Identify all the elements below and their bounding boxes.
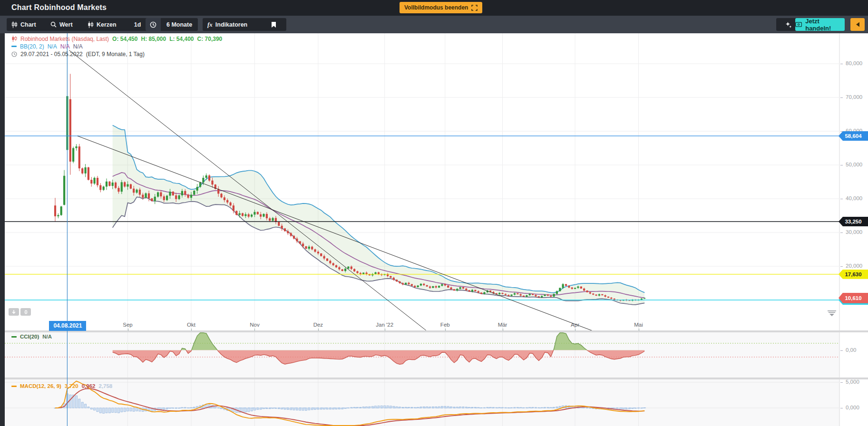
- trading-chart-app: Robinhood Markets (Nasdaq, Last) O: 54,4…: [0, 0, 868, 426]
- macd-label: MACD(12, 26, 9): [20, 383, 61, 389]
- chart-toolbar: Chart Wert Kerzen 1d 6 Monate fx: [0, 16, 868, 33]
- bookmark-button[interactable]: [261, 18, 286, 31]
- candles-style-button[interactable]: Kerzen: [83, 18, 131, 31]
- crosshair-date-badge: 04.08.2021: [49, 321, 86, 331]
- page-title: Chart Robinhood Markets: [11, 3, 107, 12]
- expand-panes-icon: [23, 310, 29, 315]
- title-bar: Chart Robinhood Markets Vollbildmodus be…: [0, 0, 868, 16]
- instrument-name: Robinhood Markets (Nasdaq, Last): [20, 36, 109, 42]
- chart-drawing: [0, 0, 868, 426]
- triangle-left-icon: [856, 22, 860, 27]
- ohlc-close: C: 70,390: [197, 36, 223, 42]
- cci-label: CCI(20): [20, 334, 39, 339]
- interval-label: 1d: [134, 21, 141, 28]
- cci-indicator-icon: [11, 336, 17, 338]
- fx-icon: fx: [207, 21, 213, 29]
- macd-indicator-icon: [11, 386, 17, 387]
- cci-value: N/A: [42, 334, 52, 339]
- pane-expand-button[interactable]: [20, 308, 31, 316]
- symbol-search-button[interactable]: Wert: [46, 18, 88, 31]
- trade-icon: [795, 22, 802, 27]
- indicators-button[interactable]: fx Indikatoren: [203, 18, 265, 31]
- fullscreen-exit-button[interactable]: Vollbildmodus beenden: [400, 2, 482, 13]
- chart-type-icon: [11, 21, 18, 28]
- candles-icon: [88, 21, 94, 28]
- fullscreen-exit-label: Vollbildmodus beenden: [404, 4, 468, 11]
- current-price-badge: 10,610: [839, 293, 868, 303]
- chart-canvas[interactable]: Robinhood Markets (Nasdaq, Last) O: 54,4…: [0, 0, 868, 426]
- macd-pane-legend: MACD(12, 26, 9) 3,720 0,962 2,758: [11, 383, 112, 389]
- candlestick-series-icon: [11, 36, 17, 42]
- chart-type-label: Chart: [20, 21, 36, 28]
- bb-lower-value: N/A: [73, 43, 83, 50]
- collapse-sidebar-button[interactable]: [850, 18, 865, 31]
- macd-signal-value: 0,962: [82, 383, 96, 389]
- bb-mid-value: N/A: [60, 43, 70, 50]
- cci-pane-legend: CCI(20) N/A: [11, 334, 52, 339]
- price-axis[interactable]: [839, 33, 868, 426]
- left-edge-strip: [0, 16, 5, 426]
- bb-indicator-icon: [11, 46, 17, 47]
- ohlc-open: O: 54,450: [112, 36, 137, 42]
- candles-style-label: Kerzen: [97, 21, 117, 28]
- arrow-down-icon: [11, 310, 16, 314]
- macd-value: 3,720: [65, 383, 78, 389]
- bb-upper-value: N/A: [48, 43, 57, 50]
- trade-now-label: Jetzt handeln!: [805, 18, 845, 32]
- clock-icon: [146, 18, 161, 31]
- sparkles-icon: [785, 21, 792, 29]
- symbol-search-label: Wert: [59, 21, 73, 28]
- time-axis[interactable]: [5, 315, 839, 330]
- ohlc-high: H: 85,000: [141, 36, 166, 42]
- visible-date-range: 29.07.2021 - 05.05.2022: [20, 51, 83, 58]
- visible-range-detail: (EDT, 9 Monate, 1 Tag): [86, 51, 145, 58]
- search-icon: [50, 21, 57, 28]
- clock-range-icon: [11, 51, 17, 57]
- scroll-down-button[interactable]: [9, 308, 19, 316]
- bookmark-icon: [271, 21, 276, 28]
- price-level-badge: 17,630: [839, 270, 868, 279]
- price-level-badge: 58,604: [839, 131, 868, 141]
- indicators-label: Indikatoren: [215, 21, 247, 28]
- chart-type-button[interactable]: Chart: [7, 18, 51, 31]
- range-label: 6 Monate: [164, 21, 192, 28]
- chart-legend: Robinhood Markets (Nasdaq, Last) O: 54,4…: [11, 35, 222, 58]
- macd-hist-value: 2,758: [98, 383, 112, 389]
- fullscreen-exit-icon: [471, 5, 478, 11]
- price-level-badge: 33,250: [839, 217, 868, 226]
- trade-now-button[interactable]: Jetzt handeln!: [795, 18, 845, 31]
- panel-collapse-icon[interactable]: [827, 310, 837, 319]
- range-button[interactable]: 6 Monate: [146, 18, 198, 31]
- bb-label: BB(20, 2): [20, 43, 44, 50]
- ohlc-low: L: 54,400: [169, 36, 194, 42]
